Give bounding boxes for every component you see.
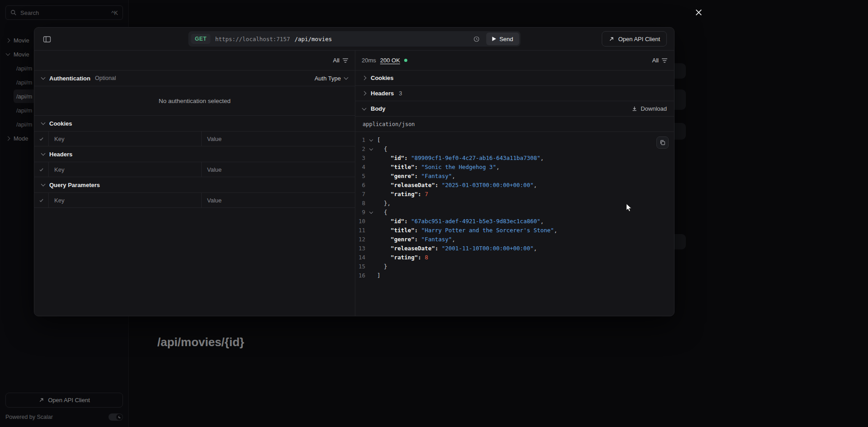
- filter-all-label: All: [652, 57, 659, 64]
- base-url: https://localhost:7157: [215, 36, 290, 42]
- fold-gutter: [365, 262, 377, 271]
- code-line: 13 "releaseDate": "2001-11-10T00:00:00+0…: [355, 244, 674, 253]
- fold-chevron-icon[interactable]: [365, 208, 377, 217]
- line-number: 5: [355, 172, 365, 181]
- response-body-code: 1[2 {3 "id": "89909cf1-9ef0-4c27-ab16-64…: [355, 132, 674, 316]
- fold-gutter: [365, 154, 377, 163]
- response-body-title: Body: [371, 105, 386, 112]
- chevron-down-icon: [41, 182, 46, 187]
- sidebar-toggle-button[interactable]: [42, 34, 52, 45]
- fold-gutter: [365, 217, 377, 226]
- send-label: Send: [500, 36, 513, 42]
- request-toolbar: All: [34, 51, 355, 70]
- authentication-title: Authentication: [49, 75, 90, 82]
- authentication-optional-badge: Optional: [95, 75, 116, 81]
- open-api-client-button-topbar[interactable]: Open API Client: [602, 31, 667, 47]
- auth-empty-state: No authentication selected: [34, 86, 355, 116]
- close-modal-button[interactable]: [693, 7, 704, 18]
- filter-icon: [342, 58, 349, 63]
- code-line: 3 "id": "89909cf1-9ef0-4c27-ab16-643a11b…: [355, 154, 674, 163]
- fold-gutter: [365, 235, 377, 244]
- headers-section-header[interactable]: Headers: [34, 146, 355, 162]
- play-icon: [492, 37, 496, 41]
- code-line: 1[: [355, 136, 674, 145]
- code-line: 8 },: [355, 199, 674, 208]
- code-text: ]: [377, 271, 381, 280]
- response-panel: 20ms 200 OK All Cookies: [355, 51, 674, 316]
- row-enabled-checkbox[interactable]: [34, 131, 49, 146]
- line-number: 13: [355, 244, 365, 253]
- chevron-right-icon: [362, 76, 367, 80]
- request-filter-button[interactable]: All: [333, 57, 349, 64]
- fold-gutter: [365, 172, 377, 181]
- cookie-value-input[interactable]: [202, 131, 355, 146]
- fold-chevron-icon[interactable]: [365, 145, 377, 154]
- query-params-kv-row: [34, 193, 355, 208]
- download-button[interactable]: Download: [632, 105, 667, 112]
- row-enabled-checkbox[interactable]: [34, 193, 49, 207]
- response-headers-section[interactable]: Headers 3: [355, 86, 674, 101]
- line-number: 4: [355, 163, 365, 172]
- fold-gutter: [365, 244, 377, 253]
- response-toolbar: 20ms 200 OK All: [355, 51, 674, 70]
- history-button[interactable]: [471, 33, 482, 44]
- check-icon: [39, 167, 44, 172]
- line-number: 11: [355, 226, 365, 235]
- auth-type-label: Auth Type: [315, 75, 341, 82]
- line-number: 16: [355, 271, 365, 280]
- line-number: 14: [355, 253, 365, 262]
- query-param-key-input[interactable]: [49, 193, 202, 207]
- request-path[interactable]: /api/movies: [294, 36, 332, 42]
- filter-all-label: All: [333, 57, 340, 64]
- open-api-client-label: Open API Client: [618, 36, 660, 42]
- external-link-icon: [609, 36, 614, 42]
- authentication-section-header[interactable]: Authentication Optional Auth Type: [34, 70, 355, 86]
- cookies-section-header[interactable]: Cookies: [34, 116, 355, 131]
- code-line: 11 "title": "Harry Potter and the Sorcer…: [355, 226, 674, 235]
- copy-button[interactable]: [656, 136, 669, 149]
- line-number: 15: [355, 262, 365, 271]
- chevron-down-icon: [41, 121, 46, 125]
- code-line: 16]: [355, 271, 674, 280]
- code-text: "id": "67abc951-adef-4921-b5e3-9d83ec1ca…: [377, 217, 544, 226]
- header-key-input[interactable]: [49, 162, 202, 177]
- download-label: Download: [641, 105, 667, 112]
- code-line: 12 "genre": "Fantasy",: [355, 235, 674, 244]
- code-text: },: [377, 199, 391, 208]
- chevron-down-icon: [362, 106, 367, 110]
- line-number: 7: [355, 190, 365, 199]
- response-duration: 20ms: [362, 57, 376, 64]
- status-ok-dot-icon: [404, 59, 407, 62]
- cookie-key-input[interactable]: [49, 131, 202, 146]
- auth-type-dropdown[interactable]: Auth Type: [315, 75, 348, 82]
- line-number: 6: [355, 181, 365, 190]
- panel-layout-icon: [43, 36, 51, 43]
- code-text: "title": "Sonic the Hedgehog 3",: [377, 163, 500, 172]
- fold-gutter: [365, 271, 377, 280]
- response-body-section[interactable]: Body Download: [355, 101, 674, 117]
- headers-count-badge: 3: [399, 90, 402, 97]
- response-filter-button[interactable]: All: [652, 57, 668, 64]
- code-text: {: [377, 145, 387, 154]
- cookies-title: Cookies: [49, 120, 72, 127]
- code-text: }: [377, 262, 387, 271]
- response-headers-title: Headers: [371, 90, 394, 97]
- http-method-badge[interactable]: GET: [191, 34, 211, 44]
- response-cookies-section[interactable]: Cookies: [355, 70, 674, 86]
- cookies-kv-row: [34, 131, 355, 146]
- code-line: 2 {: [355, 145, 674, 154]
- query-param-value-input[interactable]: [202, 193, 355, 207]
- code-line: 15 }: [355, 262, 674, 271]
- request-panel: All Authentication Optional Auth Type: [34, 51, 355, 316]
- row-enabled-checkbox[interactable]: [34, 162, 49, 177]
- header-value-input[interactable]: [202, 162, 355, 177]
- response-status[interactable]: 200 OK: [380, 57, 400, 64]
- send-button[interactable]: Send: [486, 33, 519, 45]
- code-lines: 1[2 {3 "id": "89909cf1-9ef0-4c27-ab16-64…: [355, 136, 674, 280]
- code-line: 10 "id": "67abc951-adef-4921-b5e3-9d83ec…: [355, 217, 674, 226]
- fold-chevron-icon[interactable]: [365, 136, 377, 145]
- fold-gutter: [365, 181, 377, 190]
- query-params-section-header[interactable]: Query Parameters: [34, 177, 355, 193]
- address-bar[interactable]: GET https://localhost:7157 /api/movies S…: [188, 31, 520, 47]
- headers-title: Headers: [49, 151, 72, 158]
